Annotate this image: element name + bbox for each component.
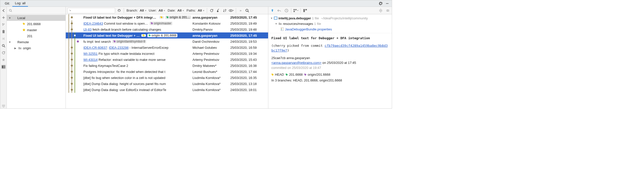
commit-row[interactable]: [dbe] Dump Data dialog: use EditorEx ins… bbox=[66, 87, 268, 93]
cherry-pick-icon[interactable] bbox=[216, 8, 221, 13]
branches-tree: ▼Local201.6668master201▼Remote▶origin bbox=[7, 14, 66, 108]
folder-row[interactable]: ▼ resources/messages 1 file bbox=[270, 21, 390, 26]
ref-chip bbox=[141, 34, 146, 37]
log-toolbar: ▾ Branch: All ▾ User: All ▾ Date: All ▾ … bbox=[66, 7, 268, 14]
search-icon bbox=[69, 9, 70, 12]
module-icon bbox=[274, 17, 277, 20]
ref-chip: origin & 201… bbox=[165, 16, 191, 19]
issue-link[interactable]: IDEA-234643 bbox=[83, 22, 103, 25]
filter-paths[interactable]: Paths: All ▾ bbox=[186, 9, 205, 12]
minimize-icon[interactable] bbox=[385, 1, 390, 6]
refresh-icon[interactable] bbox=[1, 51, 6, 55]
filter-date[interactable]: Date: All ▾ bbox=[167, 9, 184, 12]
commit-rows: Fixed UI label text for Debugger + DFA i… bbox=[66, 14, 268, 108]
group-icon[interactable]: ▾ bbox=[293, 8, 298, 13]
refresh-icon[interactable] bbox=[209, 8, 214, 13]
diff-icon[interactable] bbox=[1, 36, 6, 41]
tree-node[interactable]: 201 bbox=[7, 33, 66, 39]
svg-rect-0 bbox=[386, 3, 389, 4]
branches-summary: In 3 branches: HEAD, 201.6668, origin/20… bbox=[268, 78, 392, 85]
log-tab[interactable]: Log: all bbox=[12, 0, 28, 7]
add-icon[interactable] bbox=[1, 15, 6, 20]
tree-node[interactable]: 201.6668 bbox=[7, 21, 66, 27]
svg-rect-38 bbox=[305, 9, 307, 10]
svg-rect-34 bbox=[294, 9, 295, 10]
pin-icon[interactable] bbox=[270, 8, 275, 13]
search-icon bbox=[9, 9, 12, 12]
commit-row[interactable]: Fixed UI label text for Debugger + …orig… bbox=[66, 32, 268, 38]
changed-files-tree: ▼ intellij.java.debugger 1 file ~/IdeaPr… bbox=[268, 14, 392, 33]
properties-file-icon bbox=[280, 27, 284, 31]
commit-row[interactable]: IJI-83 fetch default branch before calcu… bbox=[66, 26, 268, 32]
search-icon[interactable] bbox=[1, 43, 6, 48]
find-icon[interactable] bbox=[245, 8, 250, 13]
issue-link[interactable]: IDEA-233298 bbox=[109, 46, 128, 50]
commit-row[interactable]: WI-43014 Refactor: extract variable to m… bbox=[66, 57, 268, 63]
left-gutter bbox=[0, 7, 7, 108]
ref-chip bbox=[159, 16, 164, 19]
git-tab[interactable]: Git: bbox=[2, 1, 12, 6]
undo-icon[interactable] bbox=[277, 8, 282, 13]
commit-row[interactable]: WI-32551 Fix typo which made testdata in… bbox=[66, 51, 268, 57]
commit-title: Fixed UI label text for Debugger + DFA i… bbox=[271, 36, 389, 41]
history-icon[interactable] bbox=[284, 8, 289, 13]
commit-row[interactable]: Fix failing KeymapsTestCase 2Dmitry Matv… bbox=[66, 63, 268, 69]
commit-row[interactable]: [dbe] fix bug when selection color in a … bbox=[66, 75, 268, 81]
more-icon[interactable]: » bbox=[238, 8, 243, 13]
expand-icon[interactable] bbox=[303, 8, 308, 13]
layout-icon[interactable] bbox=[1, 65, 6, 69]
sort-icon[interactable] bbox=[222, 8, 227, 13]
issue-link[interactable]: IDEA-CR-60637 bbox=[83, 46, 107, 50]
filter-branch[interactable]: Branch: All ▾ bbox=[126, 9, 147, 12]
filter-user[interactable]: User: All ▾ bbox=[148, 9, 166, 12]
branches-sidebar: ▼Local201.6668master201▼Remote▶origin bbox=[7, 7, 66, 108]
back-icon[interactable] bbox=[1, 8, 6, 13]
delete-icon[interactable] bbox=[1, 29, 6, 34]
module-row[interactable]: ▼ intellij.java.debugger 1 file ~/IdeaPr… bbox=[270, 15, 390, 21]
commit-row[interactable]: IDEA-CR-60637: IDEA-233298 - InternalSer… bbox=[66, 44, 268, 51]
expand-all-icon[interactable] bbox=[378, 8, 383, 13]
log-search[interactable]: ▾ bbox=[67, 8, 115, 13]
sidebar-search-input[interactable] bbox=[12, 9, 63, 12]
svg-rect-37 bbox=[303, 9, 305, 12]
star-icon[interactable] bbox=[1, 58, 6, 62]
svg-point-32 bbox=[114, 41, 114, 41]
gear-icon[interactable] bbox=[378, 1, 383, 6]
file-row[interactable]: JavaDebuggerBundle.properties bbox=[270, 26, 390, 32]
svg-point-45 bbox=[272, 74, 272, 74]
commit-row[interactable]: Fixed UI label text for Debugger + DFA i… bbox=[66, 14, 268, 20]
ref-tag: 201.6668 bbox=[285, 73, 303, 76]
log-search-input[interactable] bbox=[71, 9, 113, 12]
ref-tag: origin/201.6668 bbox=[304, 73, 330, 76]
tree-node[interactable]: ▼Local bbox=[7, 15, 66, 21]
ref-tags: HEAD201.6668origin/201.6668 bbox=[268, 73, 392, 78]
issue-link[interactable]: WI-43014 bbox=[83, 58, 98, 62]
svg-rect-35 bbox=[295, 9, 297, 10]
commit-row[interactable]: IDEA-234643 Commit tool window is open…o… bbox=[66, 20, 268, 26]
svg-point-47 bbox=[305, 74, 305, 74]
svg-rect-42 bbox=[281, 28, 282, 29]
svg-rect-41 bbox=[281, 28, 283, 31]
svg-point-46 bbox=[286, 74, 286, 74]
issue-link[interactable]: IJI-83 bbox=[83, 28, 92, 31]
checkout-icon[interactable] bbox=[1, 22, 6, 27]
sidebar-search[interactable] bbox=[7, 7, 66, 14]
eye-icon[interactable]: ▾ bbox=[229, 8, 234, 13]
svg-point-31 bbox=[149, 35, 149, 35]
commit-row[interactable]: fu impl: text searchorigin/daniil/symbol… bbox=[66, 38, 268, 44]
commit-row[interactable]: [dbe] Dump Data dialog: height of source… bbox=[66, 81, 268, 87]
svg-point-10 bbox=[246, 9, 248, 11]
tree-node[interactable]: ▶origin bbox=[7, 45, 66, 51]
tree-node[interactable]: master bbox=[7, 27, 66, 33]
svg-point-29 bbox=[151, 23, 152, 23]
commit-row[interactable]: Postgres Introspector: fix the model whe… bbox=[66, 69, 268, 75]
tree-node[interactable]: ▼Remote bbox=[7, 39, 66, 45]
issue-link[interactable]: WI-32551 bbox=[83, 52, 98, 56]
collapse-icon[interactable] bbox=[1, 104, 6, 108]
svg-point-30 bbox=[143, 35, 143, 35]
filter-settings-icon[interactable] bbox=[117, 8, 122, 13]
svg-rect-43 bbox=[281, 29, 282, 29]
collapse-all-icon[interactable] bbox=[385, 8, 390, 13]
svg-point-27 bbox=[161, 17, 161, 17]
author-email-link[interactable]: <anna.gasparyan@jetbrains.com> bbox=[271, 61, 321, 65]
